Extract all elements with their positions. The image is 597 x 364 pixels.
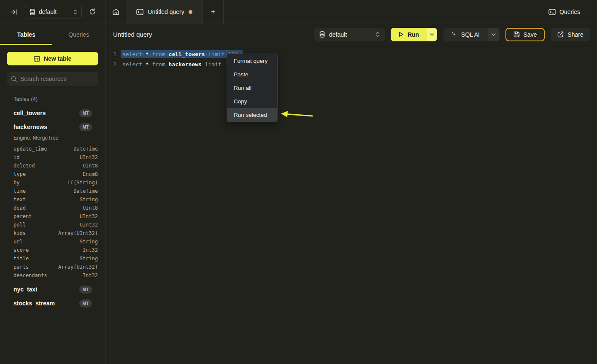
- tables-section-title: Tables (4): [14, 96, 105, 102]
- column-type: String: [80, 256, 98, 262]
- table-column-row: titleString: [0, 254, 105, 263]
- play-icon: [399, 32, 404, 37]
- sql-ai-split-button: SQL AI: [443, 28, 500, 41]
- table-column-row: timeDateTime: [0, 187, 105, 195]
- top-bar: default: [0, 0, 597, 24]
- database-icon: [30, 9, 35, 15]
- table-item-nyc-taxi[interactable]: nyc_taxi MT: [0, 284, 105, 295]
- sql-ai-button[interactable]: SQL AI: [443, 28, 488, 41]
- menu-item-format-query[interactable]: Format query: [227, 54, 277, 67]
- top-bar-left: default: [0, 0, 105, 24]
- chevron-down-icon: [430, 33, 434, 36]
- chevron-updown-icon: [376, 32, 380, 37]
- column-type: UInt8: [83, 163, 98, 169]
- sidebar-tab-queries-label: Queries: [68, 31, 89, 38]
- table-name: hackernews: [14, 124, 47, 130]
- table-name: nyc_taxi: [14, 286, 37, 293]
- table-column-row: deletedUInt8: [0, 162, 105, 170]
- database-selector[interactable]: default: [25, 5, 82, 19]
- column-type: UInt8: [83, 205, 98, 211]
- sidebar: Tables Queries New table Tables (: [0, 24, 105, 364]
- column-name: parts: [14, 264, 29, 270]
- database-selector-value: default: [39, 8, 70, 15]
- refresh-icon[interactable]: [89, 8, 96, 15]
- unsaved-changes-dot: [189, 10, 192, 14]
- column-name: score: [14, 247, 29, 253]
- tab-label: Untitled query: [148, 8, 184, 15]
- line-text: select * from hackernews limit: [122, 61, 225, 67]
- chevron-down-icon: [492, 33, 496, 36]
- engine-badge: MT: [79, 109, 92, 117]
- table-column-row: idUInt32: [0, 153, 105, 162]
- column-type: LC(String): [68, 180, 98, 186]
- menu-item-copy[interactable]: Copy: [227, 94, 277, 108]
- search-input[interactable]: [20, 75, 94, 82]
- queries-link[interactable]: Queries: [548, 0, 580, 24]
- run-label: Run: [408, 31, 419, 38]
- engine-badge: MT: [79, 299, 92, 307]
- table-name: cell_towers: [14, 110, 46, 116]
- column-name: deleted: [14, 163, 35, 169]
- run-button[interactable]: Run: [391, 28, 427, 41]
- table-column-row: textString: [0, 195, 105, 204]
- plus-icon: +: [211, 7, 215, 16]
- column-name: descendants: [14, 272, 47, 278]
- column-name: url: [14, 239, 23, 245]
- column-type: Int32: [83, 247, 98, 253]
- column-name: update_time: [14, 146, 47, 152]
- column-type: UInt32: [80, 222, 98, 228]
- editor-line-2[interactable]: 2 select * from hackernews limit: [105, 59, 597, 69]
- column-type: Array(UInt32): [58, 264, 98, 270]
- search-icon: [11, 76, 17, 82]
- column-type: DateTime: [73, 188, 98, 194]
- column-name: by: [14, 180, 19, 186]
- sparkles-icon: [451, 31, 457, 38]
- sidebar-tab-tables[interactable]: Tables: [0, 24, 53, 45]
- editor-line-1[interactable]: 1 select·*·from·cell_towers·limit·100·: [105, 49, 597, 59]
- search-resources-box[interactable]: [7, 72, 98, 86]
- home-button[interactable]: [105, 0, 126, 24]
- terminal-icon: [548, 9, 556, 15]
- database-selector[interactable]: default: [314, 28, 385, 41]
- new-table-label: New table: [44, 55, 71, 62]
- sidebar-tabs: Tables Queries: [0, 24, 105, 45]
- terminal-icon: [136, 9, 143, 15]
- sql-editor[interactable]: 1 select·*·from·cell_towers·limit·100· 2…: [105, 45, 597, 364]
- table-item-cell-towers[interactable]: cell_towers MT: [0, 108, 105, 119]
- sidebar-tab-queries[interactable]: Queries: [53, 24, 105, 45]
- new-tab-button[interactable]: +: [203, 0, 224, 24]
- share-label: Share: [567, 31, 583, 38]
- sql-console-window: default: [0, 0, 597, 364]
- table-column-row: update_timeDateTime: [0, 145, 105, 153]
- sidebar-tab-tables-label: Tables: [17, 31, 35, 38]
- share-button[interactable]: Share: [551, 28, 590, 41]
- sql-ai-options-button[interactable]: [488, 28, 500, 41]
- table-column-row: urlString: [0, 237, 105, 246]
- table-grid-icon: [34, 56, 40, 62]
- table-name: stocks_stream: [14, 300, 55, 307]
- sql-ai-label: SQL AI: [461, 31, 480, 38]
- database-icon: [319, 31, 325, 38]
- table-column-row: descendantsInt32: [0, 271, 105, 280]
- save-button[interactable]: Save: [505, 28, 545, 41]
- line-number: 1: [105, 51, 116, 57]
- new-table-button[interactable]: New table: [7, 52, 98, 65]
- table-item-hackernews[interactable]: hackernews MT: [0, 121, 105, 132]
- column-list: update_timeDateTime idUInt32 deletedUInt…: [0, 145, 105, 280]
- save-icon: [513, 31, 520, 38]
- tab-untitled-query[interactable]: Untitled query: [126, 0, 203, 24]
- query-title: Untitled query: [113, 31, 152, 38]
- toolbar-actions: default Run: [314, 28, 590, 41]
- table-item-stocks-stream[interactable]: stocks_stream MT: [0, 298, 105, 309]
- queries-link-label: Queries: [559, 8, 580, 15]
- home-icon: [112, 8, 119, 15]
- run-options-button[interactable]: [427, 28, 437, 41]
- share-export-icon: [557, 31, 564, 38]
- line-number: 2: [105, 61, 116, 67]
- collapse-sidebar-icon[interactable]: [11, 9, 18, 15]
- table-column-row: scoreInt32: [0, 246, 105, 254]
- query-toolbar: Untitled query default: [105, 24, 597, 45]
- menu-item-run-selected[interactable]: Run selected: [227, 108, 277, 121]
- menu-item-run-all[interactable]: Run all: [227, 81, 277, 94]
- menu-item-paste[interactable]: Paste: [227, 67, 277, 81]
